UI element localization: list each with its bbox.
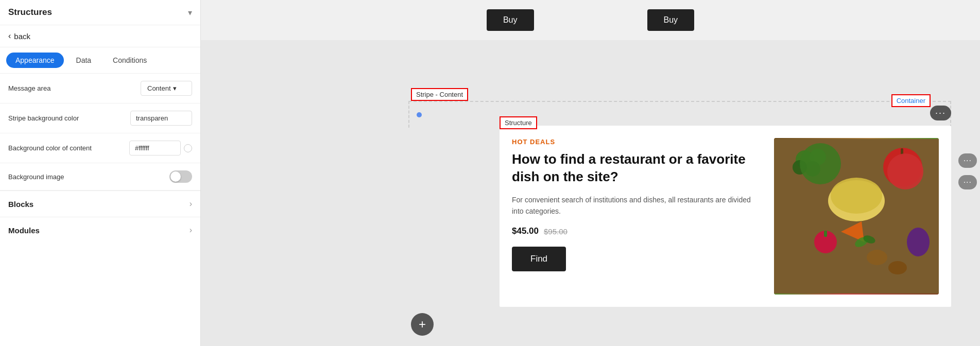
bg-color-input[interactable]: [129, 141, 181, 155]
toggle-knob: [170, 171, 181, 182]
content-card: HOT DEALS How to find a restaurant or a …: [500, 126, 951, 307]
field-control-stripe-bg: [130, 111, 192, 126]
buy-button-1[interactable]: Buy: [487, 9, 534, 31]
modules-title: Modules: [8, 226, 40, 235]
panel-header: Structures ▾: [0, 0, 200, 25]
canvas-top-bar: Buy Buy: [201, 0, 980, 40]
field-message-area: Message area Content ▾: [0, 74, 200, 103]
field-bg-color-content: Background color of content: [0, 133, 200, 163]
svg-rect-10: [824, 231, 827, 237]
chevron-right-icon-2: ›: [190, 226, 192, 235]
buy-button-2[interactable]: Buy: [647, 9, 695, 31]
dropdown-arrow-icon: ▾: [173, 84, 177, 92]
add-button[interactable]: +: [411, 313, 434, 336]
price-current: $45.00: [512, 226, 539, 236]
card-description: For convenient search of institutions an…: [512, 194, 762, 217]
field-label-stripe-bg-color: Stripe background color: [8, 114, 130, 122]
blocks-title: Blocks: [8, 200, 33, 209]
back-label: back: [14, 32, 30, 41]
panel-title: Structures: [8, 7, 52, 18]
card-image: [774, 138, 939, 295]
message-area-dropdown[interactable]: Content ▾: [141, 81, 192, 96]
svg-point-12: [888, 261, 907, 274]
price-row: $45.00 $95.00: [512, 226, 762, 236]
price-old: $95.00: [544, 227, 568, 236]
field-label-message-area: Message area: [8, 84, 141, 92]
tab-appearance[interactable]: Appearance: [6, 53, 64, 68]
field-bg-image: Background image: [0, 163, 200, 191]
svg-point-11: [867, 250, 887, 265]
chevron-right-icon: ›: [190, 199, 192, 209]
bg-image-toggle[interactable]: [169, 170, 192, 183]
back-arrow-icon: ‹: [8, 31, 11, 41]
panel-body: Message area Content ▾ Stripe background…: [0, 74, 200, 346]
svg-point-3: [805, 161, 820, 177]
stripe-dashed-border: [408, 101, 951, 128]
field-label-bg-color: Background color of content: [8, 144, 129, 152]
stripe-content-label: Stripe - Content: [411, 88, 468, 101]
tabs-row: Appearance Data Conditions: [0, 47, 200, 74]
collapse-icon[interactable]: ▾: [188, 8, 192, 18]
right-dots-button-2[interactable]: ···: [958, 175, 977, 189]
svg-rect-6: [901, 148, 903, 155]
field-stripe-bg-color: Stripe background color: [0, 103, 200, 133]
tab-conditions[interactable]: Conditions: [104, 53, 156, 68]
color-swatch[interactable]: [184, 144, 192, 152]
canvas-middle: Stripe - Content Container ··· Structure…: [201, 40, 980, 346]
right-dots-button-1[interactable]: ···: [958, 153, 977, 168]
svg-point-2: [810, 149, 826, 165]
field-control-bg-color: [129, 141, 192, 155]
food-illustration: [774, 138, 939, 295]
svg-point-8: [831, 178, 882, 214]
canvas-area: Buy Buy Stripe - Content Container ··· S…: [201, 0, 980, 346]
field-control-bg-image: [169, 170, 192, 183]
structure-label: Structure: [500, 116, 537, 129]
field-control-message-area: Content ▾: [141, 81, 192, 96]
back-button[interactable]: ‹ back: [0, 25, 200, 47]
card-text-area: HOT DEALS How to find a restaurant or a …: [512, 138, 762, 295]
svg-point-13: [907, 228, 930, 256]
find-button[interactable]: Find: [512, 247, 566, 271]
stripe-dot: [417, 112, 422, 117]
card-title: How to find a restaurant or a favorite d…: [512, 151, 762, 186]
svg-point-4: [793, 160, 807, 175]
blocks-section[interactable]: Blocks ›: [0, 191, 200, 217]
three-dots-top-button[interactable]: ···: [930, 106, 951, 120]
field-label-bg-image: Background image: [8, 173, 169, 181]
right-side-buttons: ··· ···: [958, 153, 977, 189]
modules-section[interactable]: Modules ›: [0, 217, 200, 243]
hot-deals-label: HOT DEALS: [512, 138, 762, 146]
svg-point-5: [883, 148, 922, 187]
left-panel: Structures ▾ ‹ back Appearance Data Cond…: [0, 0, 201, 346]
tab-data[interactable]: Data: [67, 53, 101, 68]
stripe-bg-color-input[interactable]: [130, 111, 192, 126]
container-label: Container: [891, 94, 931, 107]
